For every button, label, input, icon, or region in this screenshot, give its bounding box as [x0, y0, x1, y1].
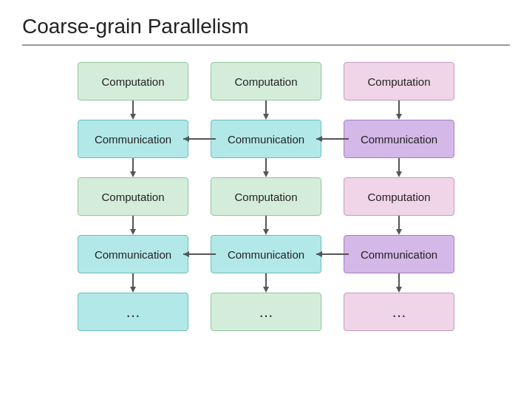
divider [22, 44, 510, 46]
arrow-down-r2c1 [128, 158, 138, 177]
svg-marker-5 [396, 114, 402, 120]
dots-box-c1: … [78, 293, 188, 331]
arrow-down-r3c1 [128, 216, 138, 235]
computation-box-r3c1: Computation [78, 177, 188, 216]
svg-marker-15 [396, 171, 402, 177]
page-title: Coarse-grain Parallelism [22, 15, 510, 38]
svg-marker-27 [130, 287, 136, 293]
dots-box-c2: … [211, 293, 321, 331]
arrow-down-r2c2 [261, 158, 271, 177]
h-arrow-r4-right [316, 247, 349, 262]
page: Coarse-grain Parallelism Computation Com… [0, 0, 532, 399]
computation-box-r3c3: Computation [344, 177, 454, 216]
arrow-down-r2c3 [394, 158, 404, 177]
communication-box-r2c1: Communication [78, 120, 188, 158]
computation-box-r1c1: Computation [78, 62, 188, 100]
svg-marker-1 [130, 114, 136, 120]
arrow-down-r1c3 [394, 100, 404, 120]
h-arrow-r2-left [183, 132, 216, 146]
communication-box-r2c2: Communication [211, 120, 321, 158]
svg-marker-23 [183, 251, 189, 257]
communication-box-r4c2: Communication [211, 235, 321, 273]
arrow-down-r4c2 [261, 273, 271, 293]
computation-box-r1c3: Computation [344, 62, 454, 100]
svg-marker-31 [396, 287, 402, 293]
dots-box-c3: … [344, 293, 454, 331]
svg-marker-21 [396, 229, 402, 235]
arrow-down-r4c1 [128, 273, 138, 293]
computation-box-r1c2: Computation [211, 62, 321, 100]
svg-marker-9 [316, 136, 322, 142]
arrow-down-r1c1 [128, 100, 138, 120]
h-arrow-r2-right [316, 132, 349, 146]
arrow-down-r4c3 [394, 273, 404, 293]
svg-marker-3 [263, 114, 269, 120]
svg-marker-25 [316, 251, 322, 257]
arrow-down-r1c2 [261, 100, 271, 120]
computation-box-r3c2: Computation [211, 177, 321, 216]
svg-marker-19 [263, 229, 269, 235]
h-arrow-r4-left [183, 247, 216, 262]
arrow-down-r3c3 [394, 216, 404, 235]
communication-box-r4c3: Communication [344, 235, 454, 273]
arrow-down-r3c2 [261, 216, 271, 235]
communication-box-r2c3: Communication [344, 120, 454, 158]
svg-marker-29 [263, 287, 269, 293]
svg-marker-11 [130, 171, 136, 177]
communication-box-r4c1: Communication [78, 235, 188, 273]
svg-marker-7 [183, 136, 189, 142]
svg-marker-17 [130, 229, 136, 235]
svg-marker-13 [263, 171, 269, 177]
